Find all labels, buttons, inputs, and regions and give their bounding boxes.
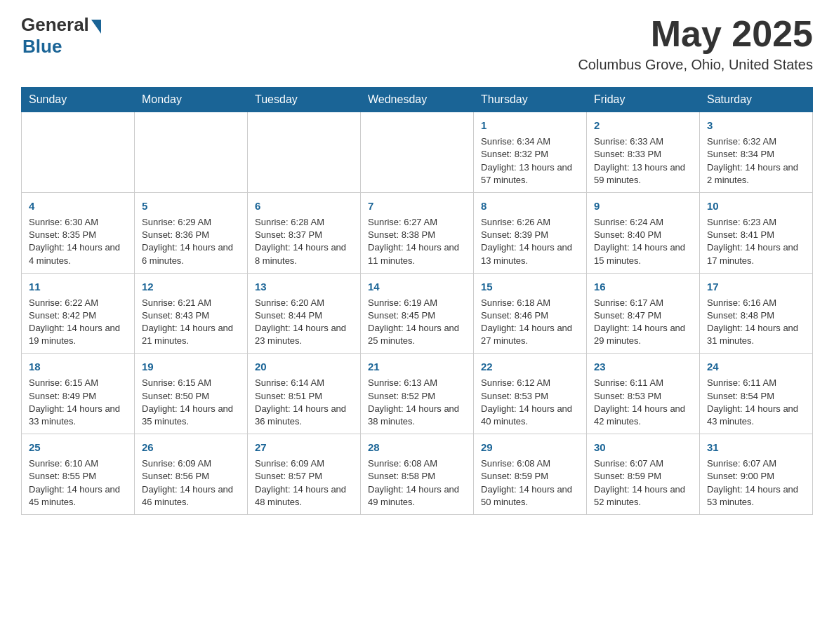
calendar-week-row: 25Sunrise: 6:10 AMSunset: 8:55 PMDayligh… [22, 434, 813, 515]
calendar-day-cell: 13Sunrise: 6:20 AMSunset: 8:44 PMDayligh… [248, 273, 361, 354]
calendar-day-header: Tuesday [248, 88, 361, 112]
calendar-day-cell: 12Sunrise: 6:21 AMSunset: 8:43 PMDayligh… [135, 273, 248, 354]
day-number: 13 [255, 279, 353, 294]
calendar-day-cell: 30Sunrise: 6:07 AMSunset: 8:59 PMDayligh… [587, 434, 700, 515]
calendar-day-header: Thursday [474, 88, 587, 112]
calendar-day-cell: 18Sunrise: 6:15 AMSunset: 8:49 PMDayligh… [22, 354, 135, 434]
day-number: 23 [594, 359, 692, 374]
calendar-day-cell: 8Sunrise: 6:26 AMSunset: 8:39 PMDaylight… [474, 192, 587, 273]
day-info: Sunrise: 6:07 AMSunset: 8:59 PMDaylight:… [594, 457, 692, 509]
day-number: 9 [594, 199, 692, 213]
calendar-day-cell: 24Sunrise: 6:11 AMSunset: 8:54 PMDayligh… [700, 354, 813, 434]
calendar-day-cell: 15Sunrise: 6:18 AMSunset: 8:46 PMDayligh… [474, 273, 587, 354]
calendar-day-cell: 16Sunrise: 6:17 AMSunset: 8:47 PMDayligh… [587, 273, 700, 354]
calendar-day-cell: 5Sunrise: 6:29 AMSunset: 8:36 PMDaylight… [135, 192, 248, 273]
calendar-day-cell: 9Sunrise: 6:24 AMSunset: 8:40 PMDaylight… [587, 192, 700, 273]
day-number: 14 [368, 279, 466, 294]
day-info: Sunrise: 6:28 AMSunset: 8:37 PMDaylight:… [255, 216, 353, 267]
calendar-day-cell: 26Sunrise: 6:09 AMSunset: 8:56 PMDayligh… [135, 434, 248, 515]
day-info: Sunrise: 6:24 AMSunset: 8:40 PMDaylight:… [594, 216, 692, 267]
day-info: Sunrise: 6:21 AMSunset: 8:43 PMDaylight:… [142, 297, 240, 348]
day-number: 31 [707, 440, 805, 455]
day-info: Sunrise: 6:15 AMSunset: 8:50 PMDaylight:… [142, 377, 240, 428]
day-number: 8 [481, 199, 579, 213]
calendar-day-cell: 1Sunrise: 6:34 AMSunset: 8:32 PMDaylight… [474, 112, 587, 193]
calendar-day-cell: 7Sunrise: 6:27 AMSunset: 8:38 PMDaylight… [361, 192, 474, 273]
day-number: 22 [481, 359, 579, 374]
calendar-week-row: 4Sunrise: 6:30 AMSunset: 8:35 PMDaylight… [22, 192, 813, 273]
calendar-day-cell: 25Sunrise: 6:10 AMSunset: 8:55 PMDayligh… [22, 434, 135, 515]
calendar-day-cell: 22Sunrise: 6:12 AMSunset: 8:53 PMDayligh… [474, 354, 587, 434]
calendar-week-row: 11Sunrise: 6:22 AMSunset: 8:42 PMDayligh… [22, 273, 813, 354]
day-number: 4 [29, 199, 127, 213]
day-info: Sunrise: 6:12 AMSunset: 8:53 PMDaylight:… [481, 377, 579, 428]
day-number: 29 [481, 440, 579, 455]
day-number: 5 [142, 199, 240, 213]
calendar-day-cell: 4Sunrise: 6:30 AMSunset: 8:35 PMDaylight… [22, 192, 135, 273]
day-info: Sunrise: 6:16 AMSunset: 8:48 PMDaylight:… [707, 297, 805, 348]
month-title: May 2025 [578, 14, 813, 54]
calendar-week-row: 18Sunrise: 6:15 AMSunset: 8:49 PMDayligh… [22, 354, 813, 434]
day-number: 19 [142, 359, 240, 374]
calendar-day-header: Friday [587, 88, 700, 112]
day-info: Sunrise: 6:27 AMSunset: 8:38 PMDaylight:… [368, 216, 466, 267]
day-info: Sunrise: 6:11 AMSunset: 8:54 PMDaylight:… [707, 377, 805, 428]
calendar-day-cell: 11Sunrise: 6:22 AMSunset: 8:42 PMDayligh… [22, 273, 135, 354]
day-info: Sunrise: 6:08 AMSunset: 8:59 PMDaylight:… [481, 457, 579, 509]
calendar-day-header: Sunday [22, 88, 135, 112]
day-info: Sunrise: 6:23 AMSunset: 8:41 PMDaylight:… [707, 216, 805, 267]
calendar-day-cell: 23Sunrise: 6:11 AMSunset: 8:53 PMDayligh… [587, 354, 700, 434]
day-number: 3 [707, 118, 805, 133]
day-number: 28 [368, 440, 466, 455]
calendar-day-cell [248, 112, 361, 193]
day-info: Sunrise: 6:33 AMSunset: 8:33 PMDaylight:… [594, 135, 692, 187]
day-info: Sunrise: 6:17 AMSunset: 8:47 PMDaylight:… [594, 297, 692, 348]
calendar-table: SundayMondayTuesdayWednesdayThursdayFrid… [21, 87, 813, 515]
location-text: Columbus Grove, Ohio, United States [578, 57, 813, 73]
day-number: 30 [594, 440, 692, 455]
day-number: 6 [255, 199, 353, 213]
calendar-day-cell: 28Sunrise: 6:08 AMSunset: 8:58 PMDayligh… [361, 434, 474, 515]
day-info: Sunrise: 6:09 AMSunset: 8:56 PMDaylight:… [142, 457, 240, 509]
logo: General Blue [21, 14, 101, 58]
day-info: Sunrise: 6:13 AMSunset: 8:52 PMDaylight:… [368, 377, 466, 428]
calendar-day-cell: 2Sunrise: 6:33 AMSunset: 8:33 PMDaylight… [587, 112, 700, 193]
day-number: 24 [707, 359, 805, 374]
calendar-day-cell: 20Sunrise: 6:14 AMSunset: 8:51 PMDayligh… [248, 354, 361, 434]
day-info: Sunrise: 6:08 AMSunset: 8:58 PMDaylight:… [368, 457, 466, 509]
day-number: 25 [29, 440, 127, 455]
calendar-day-cell [22, 112, 135, 193]
header-right: May 2025 Columbus Grove, Ohio, United St… [578, 14, 813, 73]
day-info: Sunrise: 6:15 AMSunset: 8:49 PMDaylight:… [29, 377, 127, 428]
calendar-day-cell: 14Sunrise: 6:19 AMSunset: 8:45 PMDayligh… [361, 273, 474, 354]
day-info: Sunrise: 6:22 AMSunset: 8:42 PMDaylight:… [29, 297, 127, 348]
day-number: 12 [142, 279, 240, 294]
day-number: 20 [255, 359, 353, 374]
day-info: Sunrise: 6:11 AMSunset: 8:53 PMDaylight:… [594, 377, 692, 428]
calendar-day-cell: 29Sunrise: 6:08 AMSunset: 8:59 PMDayligh… [474, 434, 587, 515]
calendar-day-cell: 10Sunrise: 6:23 AMSunset: 8:41 PMDayligh… [700, 192, 813, 273]
day-number: 26 [142, 440, 240, 455]
day-number: 21 [368, 359, 466, 374]
calendar-day-cell: 6Sunrise: 6:28 AMSunset: 8:37 PMDaylight… [248, 192, 361, 273]
calendar-day-header: Saturday [700, 88, 813, 112]
day-info: Sunrise: 6:20 AMSunset: 8:44 PMDaylight:… [255, 297, 353, 348]
day-number: 11 [29, 279, 127, 294]
day-info: Sunrise: 6:09 AMSunset: 8:57 PMDaylight:… [255, 457, 353, 509]
day-number: 7 [368, 199, 466, 213]
logo-blue-text: Blue [22, 36, 62, 58]
day-info: Sunrise: 6:29 AMSunset: 8:36 PMDaylight:… [142, 216, 240, 267]
calendar-day-header: Wednesday [361, 88, 474, 112]
day-number: 17 [707, 279, 805, 294]
day-number: 16 [594, 279, 692, 294]
day-info: Sunrise: 6:19 AMSunset: 8:45 PMDaylight:… [368, 297, 466, 348]
day-number: 1 [481, 118, 579, 133]
page-header: General Blue May 2025 Columbus Grove, Oh… [21, 14, 813, 73]
calendar-day-cell [135, 112, 248, 193]
day-number: 18 [29, 359, 127, 374]
calendar-day-cell: 17Sunrise: 6:16 AMSunset: 8:48 PMDayligh… [700, 273, 813, 354]
day-info: Sunrise: 6:14 AMSunset: 8:51 PMDaylight:… [255, 377, 353, 428]
calendar-day-cell: 21Sunrise: 6:13 AMSunset: 8:52 PMDayligh… [361, 354, 474, 434]
logo-general-text: General [21, 14, 89, 36]
day-number: 10 [707, 199, 805, 213]
